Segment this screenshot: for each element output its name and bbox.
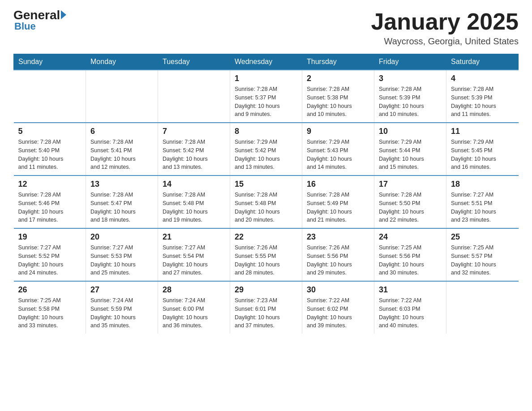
day-cell: 29Sunrise: 7:23 AM Sunset: 6:01 PM Dayli… (230, 281, 302, 334)
day-info: Sunrise: 7:25 AM Sunset: 5:56 PM Dayligh… (379, 244, 442, 277)
day-info: Sunrise: 7:27 AM Sunset: 5:53 PM Dayligh… (90, 244, 153, 277)
week-row-1: 1Sunrise: 7:28 AM Sunset: 5:37 PM Daylig… (14, 70, 519, 123)
day-number: 20 (90, 232, 153, 242)
day-number: 7 (163, 127, 225, 136)
header-cell-tuesday: Tuesday (158, 54, 230, 70)
day-number: 15 (235, 180, 297, 189)
page-title: January 2025 (371, 9, 519, 34)
day-info: Sunrise: 7:28 AM Sunset: 5:48 PM Dayligh… (163, 191, 225, 224)
week-row-4: 19Sunrise: 7:27 AM Sunset: 5:52 PM Dayli… (14, 228, 519, 281)
header-cell-thursday: Thursday (302, 54, 374, 70)
header-cell-wednesday: Wednesday (230, 54, 302, 70)
day-info: Sunrise: 7:28 AM Sunset: 5:48 PM Dayligh… (235, 191, 297, 224)
week-row-5: 26Sunrise: 7:25 AM Sunset: 5:58 PM Dayli… (14, 281, 519, 334)
day-cell: 3Sunrise: 7:28 AM Sunset: 5:39 PM Daylig… (374, 70, 446, 123)
day-number: 11 (451, 127, 514, 136)
day-cell: 9Sunrise: 7:29 AM Sunset: 5:43 PM Daylig… (302, 123, 374, 176)
day-number: 8 (235, 127, 297, 136)
day-number: 16 (307, 180, 369, 189)
day-info: Sunrise: 7:22 AM Sunset: 6:02 PM Dayligh… (307, 296, 369, 330)
day-info: Sunrise: 7:28 AM Sunset: 5:39 PM Dayligh… (379, 85, 442, 119)
day-cell: 2Sunrise: 7:28 AM Sunset: 5:38 PM Daylig… (302, 70, 374, 123)
day-number: 13 (90, 180, 153, 189)
day-cell (446, 281, 519, 334)
day-cell: 27Sunrise: 7:24 AM Sunset: 5:59 PM Dayli… (86, 281, 158, 334)
day-number: 2 (307, 74, 369, 83)
day-number: 29 (235, 285, 297, 295)
day-number: 17 (379, 180, 442, 189)
day-info: Sunrise: 7:29 AM Sunset: 5:43 PM Dayligh… (307, 138, 369, 171)
day-info: Sunrise: 7:27 AM Sunset: 5:52 PM Dayligh… (18, 244, 82, 277)
day-cell: 28Sunrise: 7:24 AM Sunset: 6:00 PM Dayli… (158, 281, 230, 334)
day-info: Sunrise: 7:23 AM Sunset: 6:01 PM Dayligh… (235, 296, 297, 330)
day-cell: 7Sunrise: 7:28 AM Sunset: 5:42 PM Daylig… (158, 123, 230, 176)
day-cell: 16Sunrise: 7:28 AM Sunset: 5:49 PM Dayli… (302, 176, 374, 228)
day-cell: 26Sunrise: 7:25 AM Sunset: 5:58 PM Dayli… (14, 281, 86, 334)
calendar-body: 1Sunrise: 7:28 AM Sunset: 5:37 PM Daylig… (14, 70, 519, 334)
day-info: Sunrise: 7:27 AM Sunset: 5:51 PM Dayligh… (451, 191, 514, 224)
day-number: 25 (451, 232, 514, 242)
day-number: 1 (235, 74, 297, 83)
logo-text-blue: Blue (14, 21, 36, 31)
calendar-table: SundayMondayTuesdayWednesdayThursdayFrid… (13, 54, 519, 334)
day-cell: 12Sunrise: 7:28 AM Sunset: 5:46 PM Dayli… (14, 176, 86, 228)
day-number: 5 (18, 127, 82, 136)
day-number: 21 (163, 232, 225, 242)
day-cell (86, 70, 158, 123)
week-row-2: 5Sunrise: 7:28 AM Sunset: 5:40 PM Daylig… (14, 123, 519, 176)
day-number: 30 (307, 285, 369, 295)
day-cell: 24Sunrise: 7:25 AM Sunset: 5:56 PM Dayli… (374, 228, 446, 281)
day-info: Sunrise: 7:24 AM Sunset: 5:59 PM Dayligh… (90, 296, 153, 330)
day-info: Sunrise: 7:26 AM Sunset: 5:56 PM Dayligh… (307, 244, 369, 277)
day-info: Sunrise: 7:28 AM Sunset: 5:42 PM Dayligh… (163, 138, 225, 171)
logo: General Blue (13, 9, 66, 31)
day-info: Sunrise: 7:28 AM Sunset: 5:47 PM Dayligh… (90, 191, 153, 224)
calendar-header: SundayMondayTuesdayWednesdayThursdayFrid… (14, 54, 519, 70)
day-cell: 22Sunrise: 7:26 AM Sunset: 5:55 PM Dayli… (230, 228, 302, 281)
day-cell: 11Sunrise: 7:29 AM Sunset: 5:45 PM Dayli… (446, 123, 519, 176)
day-number: 28 (163, 285, 225, 295)
day-info: Sunrise: 7:26 AM Sunset: 5:55 PM Dayligh… (235, 244, 297, 277)
day-info: Sunrise: 7:28 AM Sunset: 5:46 PM Dayligh… (18, 191, 82, 224)
day-cell: 6Sunrise: 7:28 AM Sunset: 5:41 PM Daylig… (86, 123, 158, 176)
day-cell: 4Sunrise: 7:28 AM Sunset: 5:39 PM Daylig… (446, 70, 519, 123)
day-number: 23 (307, 232, 369, 242)
day-cell: 18Sunrise: 7:27 AM Sunset: 5:51 PM Dayli… (446, 176, 519, 228)
logo-text-general: General (13, 9, 60, 21)
day-info: Sunrise: 7:29 AM Sunset: 5:42 PM Dayligh… (235, 138, 297, 171)
day-number: 24 (379, 232, 442, 242)
day-cell: 17Sunrise: 7:28 AM Sunset: 5:50 PM Dayli… (374, 176, 446, 228)
day-cell: 8Sunrise: 7:29 AM Sunset: 5:42 PM Daylig… (230, 123, 302, 176)
day-cell: 31Sunrise: 7:22 AM Sunset: 6:03 PM Dayli… (374, 281, 446, 334)
day-info: Sunrise: 7:28 AM Sunset: 5:50 PM Dayligh… (379, 191, 442, 224)
day-number: 22 (235, 232, 297, 242)
day-number: 10 (379, 127, 442, 136)
day-info: Sunrise: 7:28 AM Sunset: 5:37 PM Dayligh… (235, 85, 297, 119)
header-row: SundayMondayTuesdayWednesdayThursdayFrid… (14, 54, 519, 70)
day-number: 4 (451, 74, 514, 83)
day-info: Sunrise: 7:25 AM Sunset: 5:58 PM Dayligh… (18, 296, 82, 330)
day-cell: 25Sunrise: 7:25 AM Sunset: 5:57 PM Dayli… (446, 228, 519, 281)
day-number: 26 (18, 285, 82, 295)
day-info: Sunrise: 7:28 AM Sunset: 5:41 PM Dayligh… (90, 138, 153, 171)
day-cell (14, 70, 86, 123)
day-number: 18 (451, 180, 514, 189)
day-cell: 20Sunrise: 7:27 AM Sunset: 5:53 PM Dayli… (86, 228, 158, 281)
header: General Blue January 2025 Waycross, Geor… (13, 9, 519, 47)
day-info: Sunrise: 7:28 AM Sunset: 5:49 PM Dayligh… (307, 191, 369, 224)
day-number: 14 (163, 180, 225, 189)
day-number: 27 (90, 285, 153, 295)
day-info: Sunrise: 7:28 AM Sunset: 5:38 PM Dayligh… (307, 85, 369, 119)
day-number: 6 (90, 127, 153, 136)
day-number: 31 (379, 285, 442, 295)
day-number: 9 (307, 127, 369, 136)
day-cell: 21Sunrise: 7:27 AM Sunset: 5:54 PM Dayli… (158, 228, 230, 281)
logo-arrow-icon (61, 10, 66, 19)
day-info: Sunrise: 7:28 AM Sunset: 5:39 PM Dayligh… (451, 85, 514, 119)
day-number: 12 (18, 180, 82, 189)
day-number: 3 (379, 74, 442, 83)
header-cell-sunday: Sunday (14, 54, 86, 70)
day-info: Sunrise: 7:27 AM Sunset: 5:54 PM Dayligh… (163, 244, 225, 277)
day-info: Sunrise: 7:29 AM Sunset: 5:44 PM Dayligh… (379, 138, 442, 171)
header-cell-friday: Friday (374, 54, 446, 70)
